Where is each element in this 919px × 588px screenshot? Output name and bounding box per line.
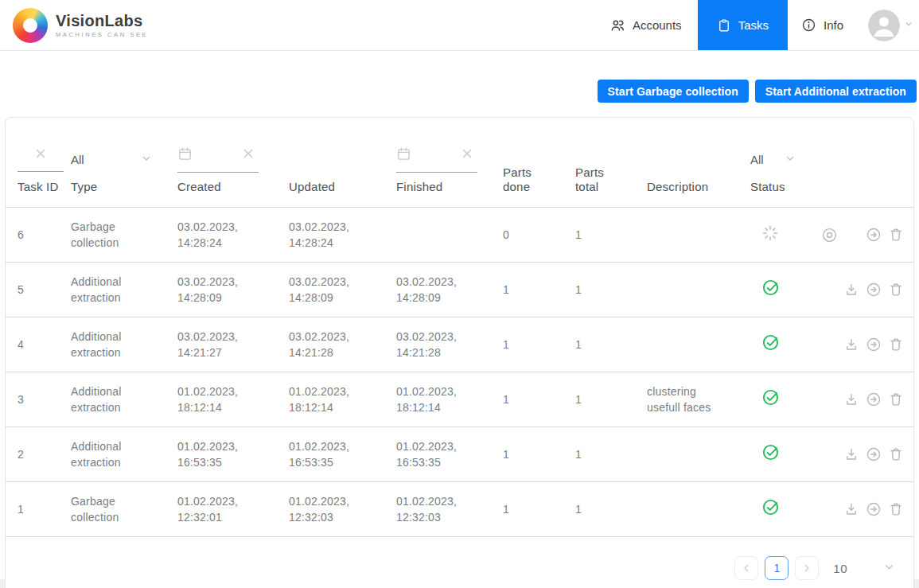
parts-done-cell: 0 bbox=[503, 208, 575, 262]
created-cell: 03.02.2023, 14:28:24 bbox=[177, 208, 289, 262]
actions-toolbar: Start Garbage collection Start Additiona… bbox=[0, 51, 919, 117]
column-label: Parts total bbox=[575, 165, 613, 194]
table-row: 2 Additional extraction 01.02.2023, 16:5… bbox=[6, 426, 913, 481]
chevron-down-icon bbox=[903, 18, 914, 33]
column-label: Updated bbox=[289, 180, 390, 194]
delete-task-button[interactable] bbox=[885, 333, 907, 356]
tasks-table-card: Task ID All Type bbox=[5, 117, 914, 588]
parts-done-cell: 1 bbox=[503, 317, 575, 372]
open-task-button[interactable] bbox=[863, 443, 885, 465]
success-check-icon bbox=[761, 388, 780, 411]
finished-cell bbox=[396, 208, 503, 262]
column-label: Task ID bbox=[18, 180, 64, 194]
clear-filter-icon[interactable] bbox=[33, 146, 48, 164]
open-task-button[interactable] bbox=[863, 498, 885, 520]
column-task-id: Task ID bbox=[6, 118, 71, 207]
open-task-button[interactable] bbox=[863, 333, 885, 356]
type-cell: Additional extraction bbox=[71, 427, 177, 481]
parts-done-cell: 1 bbox=[503, 372, 575, 426]
task-id-cell: 2 bbox=[6, 427, 71, 481]
chevron-down-icon bbox=[140, 152, 153, 167]
calendar-icon[interactable] bbox=[177, 146, 193, 165]
parts-done-cell: 1 bbox=[503, 263, 575, 317]
stop-task-button[interactable] bbox=[818, 224, 840, 246]
chevron-down-icon bbox=[882, 560, 896, 577]
download-result-button[interactable] bbox=[840, 333, 863, 356]
parts-total-cell: 1 bbox=[575, 372, 647, 426]
status-filter-value: All bbox=[750, 153, 764, 166]
column-parts-done: Parts done bbox=[503, 118, 575, 207]
column-parts-total: Parts total bbox=[575, 118, 647, 207]
user-menu[interactable] bbox=[868, 10, 914, 41]
status-cell bbox=[750, 372, 816, 426]
download-result-button[interactable] bbox=[840, 443, 863, 465]
parts-done-cell: 1 bbox=[503, 427, 575, 481]
nav-item-tasks[interactable]: Tasks bbox=[698, 0, 788, 50]
delete-task-button[interactable] bbox=[885, 498, 907, 520]
type-filter-value: All bbox=[71, 153, 84, 166]
open-task-button[interactable] bbox=[863, 278, 885, 301]
column-label: Type bbox=[71, 180, 171, 194]
top-bar: VisionLabs MACHINES CAN SEE Accounts bbox=[0, 0, 919, 51]
type-cell: Garbage collection bbox=[71, 208, 177, 262]
avatar bbox=[868, 10, 900, 41]
parts-done-cell: 1 bbox=[503, 482, 575, 536]
page-size-select[interactable]: 10 bbox=[833, 560, 896, 577]
delete-task-button[interactable] bbox=[885, 278, 907, 301]
type-cell: Additional extraction bbox=[71, 263, 177, 317]
task-id-cell: 4 bbox=[6, 317, 71, 372]
finished-cell: 03.02.2023, 14:21:28 bbox=[396, 317, 503, 372]
table-row: 1 Garbage collection 01.02.2023, 12:32:0… bbox=[6, 481, 913, 536]
start-garbage-collection-button[interactable]: Start Garbage collection bbox=[598, 80, 749, 103]
type-cell: Additional extraction bbox=[71, 317, 177, 372]
finished-date-filter[interactable] bbox=[396, 146, 477, 173]
success-check-icon bbox=[761, 333, 780, 356]
delete-task-button[interactable] bbox=[885, 388, 907, 411]
status-cell bbox=[750, 263, 816, 317]
clear-filter-icon[interactable] bbox=[241, 146, 255, 164]
delete-task-button[interactable] bbox=[885, 224, 907, 246]
row-actions bbox=[816, 317, 913, 372]
task-id-cell: 1 bbox=[6, 482, 71, 536]
success-check-icon bbox=[761, 498, 780, 520]
column-created: Created bbox=[177, 118, 289, 207]
prev-page-button[interactable] bbox=[734, 556, 758, 580]
created-date-filter[interactable] bbox=[177, 146, 259, 173]
column-description: Description bbox=[647, 118, 750, 207]
page-size-value: 10 bbox=[833, 562, 847, 575]
delete-task-button[interactable] bbox=[885, 443, 907, 465]
open-task-button[interactable] bbox=[863, 224, 885, 246]
type-filter-select[interactable]: All bbox=[71, 152, 153, 167]
success-check-icon bbox=[761, 278, 780, 301]
parts-total-cell: 1 bbox=[575, 427, 647, 481]
table-header: Task ID All Type bbox=[6, 118, 913, 207]
nav-label-accounts: Accounts bbox=[633, 18, 682, 32]
description-cell bbox=[647, 317, 750, 372]
download-result-button[interactable] bbox=[840, 388, 863, 411]
status-cell bbox=[750, 427, 816, 481]
status-filter-select[interactable]: All bbox=[750, 152, 796, 167]
current-page-button[interactable]: 1 bbox=[765, 556, 789, 580]
column-status: All Status bbox=[750, 118, 816, 207]
nav-item-accounts[interactable]: Accounts bbox=[608, 0, 683, 50]
top-nav: Accounts Tasks bbox=[608, 0, 919, 50]
status-cell bbox=[750, 482, 816, 536]
open-task-button[interactable] bbox=[863, 388, 885, 411]
page: VisionLabs MACHINES CAN SEE Accounts bbox=[0, 0, 919, 588]
next-page-button[interactable] bbox=[795, 556, 819, 580]
download-result-button[interactable] bbox=[840, 498, 863, 520]
calendar-icon[interactable] bbox=[396, 146, 411, 165]
row-actions bbox=[816, 482, 913, 536]
table-row: 4 Additional extraction 03.02.2023, 14:2… bbox=[6, 317, 913, 372]
start-additional-extraction-button[interactable]: Start Additional extraction bbox=[755, 80, 917, 103]
column-label: Created bbox=[177, 180, 282, 194]
clear-filter-icon[interactable] bbox=[460, 146, 474, 164]
table-row: 3 Additional extraction 01.02.2023, 18:1… bbox=[6, 372, 913, 426]
spinner-icon bbox=[761, 224, 779, 246]
created-cell: 01.02.2023, 16:53:35 bbox=[177, 427, 289, 481]
finished-cell: 01.02.2023, 12:32:03 bbox=[396, 482, 503, 536]
download-result-button[interactable] bbox=[840, 278, 863, 301]
description-cell: clustering usefull faces bbox=[647, 372, 750, 426]
brand-tagline: MACHINES CAN SEE bbox=[56, 31, 148, 38]
nav-item-info[interactable]: Info bbox=[788, 0, 857, 50]
